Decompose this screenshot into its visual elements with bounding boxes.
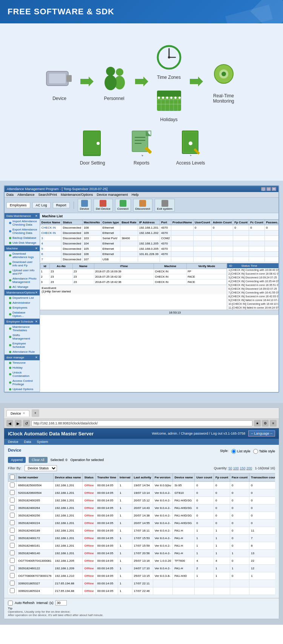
wcol-interval[interactable]: Interval	[118, 473, 132, 482]
web-table-row[interactable]: OGT7080067073000176 192.168.1.210 Offlin…	[8, 572, 275, 580]
sidebar-ul-user[interactable]: Upload user info and FP	[5, 268, 40, 276]
web-menu-device[interactable]: Device	[8, 440, 18, 444]
web-menu-system[interactable]: System	[37, 440, 48, 444]
wcol-status[interactable]: Status	[83, 473, 95, 482]
wcol-device[interactable]: Device name	[173, 473, 195, 482]
sidebar-dept[interactable]: Department List	[5, 295, 40, 300]
web-table-row[interactable]: 3929182400172 192.168.1.201 Offline 00:0…	[8, 535, 275, 542]
sidebar-db[interactable]: Database Option...	[5, 310, 40, 318]
menu-help[interactable]: Help	[132, 193, 139, 197]
wcol-transfer[interactable]: Transfer time	[95, 473, 118, 482]
wcol-alias[interactable]: Device alias name	[53, 473, 83, 482]
qty-200[interactable]: 200	[246, 466, 252, 470]
tab-aclog[interactable]: AC Log	[32, 202, 51, 208]
language-btn[interactable]: -- Language --	[248, 430, 275, 437]
web-table-row[interactable]: 3929182400224 192.168.1.201 Offline 00:0…	[8, 520, 275, 527]
wcol-fw[interactable]: Fw version	[153, 473, 173, 482]
sidebar-backup[interactable]: Backup Database	[5, 235, 40, 240]
maximize-btn[interactable]: □	[266, 187, 271, 191]
sidebar-dl-user[interactable]: Download user info and Fp	[5, 260, 40, 268]
web-table-row[interactable]: 3399201805327 217.65.194.88 Offline 00:0…	[8, 580, 275, 587]
sidebar-import[interactable]: Import Attendance Checking Data	[5, 219, 40, 227]
web-table-row[interactable]: 3929182400256 192.168.1.201 Offline 00:0…	[8, 512, 275, 520]
btn-device[interactable]: Device	[78, 199, 91, 212]
web-table-row[interactable]: OGT7040057041300081 192.168.1.205 Offlin…	[8, 557, 275, 565]
new-tab-btn[interactable]: +	[32, 409, 39, 417]
machine-table-row[interactable]: 7 Disconnected 107 USB 3204	[40, 257, 279, 262]
sidebar-export[interactable]: Export Attendance Checking Data	[5, 227, 40, 235]
sidebar-ac[interactable]: AC Manage	[5, 284, 40, 289]
refresh-btn[interactable]: ↺	[23, 420, 30, 427]
sidebar-timezone[interactable]: Timezone	[5, 360, 40, 365]
sidebar-section-schedule[interactable]: Employee Schedule ✕	[5, 319, 40, 324]
sidebar-timetables[interactable]: Maintenance Timetables	[5, 324, 40, 333]
wcol-last[interactable]: Last activity	[132, 473, 153, 482]
web-table-row[interactable]: 66691825000504 192.168.1.201 Offline 00:…	[8, 482, 275, 489]
table-style-radio[interactable]: Table style	[253, 449, 275, 454]
interval-input[interactable]	[55, 600, 67, 606]
wcol-serial[interactable]: Serial number	[17, 473, 54, 482]
machine-table-row[interactable]: 6 Disconnected 106 Ethernet 101.81.228.3…	[40, 252, 279, 257]
tab-close-icon[interactable]: ✕	[23, 412, 25, 415]
menu-maintenance[interactable]: Maintenance/Options	[61, 193, 93, 197]
wcol-face[interactable]: Face count	[230, 473, 249, 482]
wcol-fp[interactable]: Fp count	[214, 473, 230, 482]
sidebar-access-priv[interactable]: Access Control Privilege	[5, 378, 40, 387]
btn-disconnect[interactable]: Disconnect	[133, 199, 153, 212]
tab-employees[interactable]: Employees	[6, 202, 30, 208]
address-bar[interactable]: http://192.168.1.88:8082/iclock/data/icl…	[31, 420, 252, 426]
web-table-row[interactable]: 3929182460140 192.168.1.201 Offline 00:0…	[8, 550, 275, 557]
btn-exit[interactable]: Exit system	[155, 199, 175, 212]
wcol-trans[interactable]: Transaction count	[249, 473, 275, 482]
sidebar-upload-opts[interactable]: Upload Options	[5, 387, 40, 392]
browser-tab-device[interactable]: Device ✕	[6, 410, 29, 417]
machine-table-row[interactable]: 5 Disconnected 105 Ethernet 192.168.0.20…	[40, 246, 279, 252]
forward-btn[interactable]: ▶	[15, 420, 22, 427]
sidebar-empschedule[interactable]: Employee Schedule	[5, 341, 40, 349]
minimize-btn[interactable]: _	[261, 187, 266, 191]
sidebar-unlock[interactable]: Unlock Combination	[5, 370, 40, 378]
sidebar-employees[interactable]: Employees	[5, 305, 40, 310]
sidebar-section-door[interactable]: door manage ✕	[5, 355, 40, 360]
machine-table-row[interactable]: 3 Disconnected 103 Serial Port/ 38400 CO…	[40, 236, 279, 241]
btn-del-device[interactable]: Del Device	[94, 199, 113, 212]
web-table-row[interactable]: 52031820600504 192.168.1.201 Offline 00:…	[8, 489, 275, 497]
sidebar-holiday[interactable]: Holiday	[5, 365, 40, 370]
settings-icon[interactable]: ⚙	[262, 420, 269, 427]
star-icon[interactable]: ★	[254, 420, 261, 427]
btn-connect[interactable]: Connect	[115, 199, 131, 212]
wcol-users[interactable]: User count	[195, 473, 214, 482]
web-table-row[interactable]: 3929182400189 192.168.1.201 Offline 00:0…	[8, 527, 275, 535]
append-btn[interactable]: Append	[8, 457, 26, 463]
menu-device-mgmt[interactable]: Device management	[97, 193, 128, 197]
qty-150[interactable]: 150	[240, 466, 245, 470]
qty-50[interactable]: 50	[228, 466, 232, 470]
clear-all-btn[interactable]: Clear All	[29, 457, 48, 463]
machine-table-row[interactable]: CHECK IN Disconnected 108 Ethernet 192.1…	[40, 225, 279, 231]
sidebar-usb[interactable]: Usb Disk Manage	[5, 240, 40, 245]
sidebar-shifts[interactable]: Shifts Management	[5, 333, 40, 341]
back-btn[interactable]: ◀	[6, 420, 13, 427]
menu-icon[interactable]: ≡	[270, 420, 277, 427]
menu-searchprint[interactable]: Search/Print	[38, 193, 57, 197]
auto-refresh-checkbox[interactable]	[8, 601, 13, 606]
menu-data[interactable]: Data	[6, 193, 14, 197]
tab-report[interactable]: Report	[53, 202, 70, 208]
web-menu-data[interactable]: Data	[24, 440, 31, 444]
close-btn[interactable]: ✕	[272, 187, 276, 191]
web-table-row[interactable]: 3929182400265 192.168.1.201 Offline 00:0…	[8, 497, 275, 504]
web-table-row[interactable]: 3399201805324 217.65.194.88 Offline 00:0…	[8, 587, 275, 595]
menu-attendance[interactable]: Attendance	[17, 193, 35, 197]
sidebar-attrule[interactable]: Attendance Rule	[5, 349, 40, 354]
qty-100[interactable]: 100	[233, 466, 239, 470]
sidebar-section-maintenance[interactable]: Maintenance/Options ✕	[5, 290, 40, 295]
web-table-row[interactable]: 3929182460122 192.168.1.209 Offline 00:0…	[8, 565, 275, 572]
list-style-radio[interactable]: List style	[231, 449, 250, 454]
machine-table-row[interactable]: CHECK IN Disconnected 109 Ethernet 192.1…	[40, 231, 279, 236]
sidebar-photo[interactable]: Attendance Photo Management	[5, 276, 40, 284]
web-table-row[interactable]: 3929182460161 192.168.1.201 Offline 00:0…	[8, 542, 275, 550]
web-table-row[interactable]: 3929182400264 192.168.1.201 Offline 00:0…	[8, 504, 275, 512]
sidebar-section-data-maintenance[interactable]: Data Maintenance ✕	[5, 213, 40, 219]
sidebar-dl-logs[interactable]: Download attendance logs	[5, 251, 40, 260]
sidebar-section-machine[interactable]: Machine ✕	[5, 246, 40, 251]
